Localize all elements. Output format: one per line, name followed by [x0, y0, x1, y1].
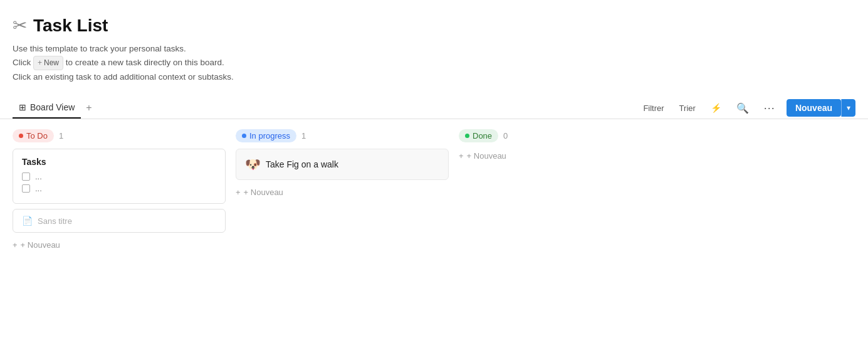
tasks-card-title: Tasks	[22, 157, 216, 167]
status-badge-done[interactable]: Done	[459, 129, 498, 142]
take-fig-card[interactable]: 🐶 Take Fig on a walk	[236, 149, 449, 180]
todo-add-label: + Nouveau	[21, 240, 60, 250]
search-icon: 🔍	[736, 102, 749, 114]
desc-line3: Click an existing task to add additional…	[13, 70, 855, 84]
done-add-label: + Nouveau	[467, 151, 506, 161]
done-count: 0	[503, 131, 508, 141]
page-title: Task List	[33, 16, 108, 36]
inprogress-dot	[242, 134, 246, 138]
status-badge-inprogress[interactable]: In progress	[236, 129, 296, 142]
column-todo: To Do 1 Tasks ... ... 📄 Sans titre + + N…	[13, 129, 226, 252]
toolbar: ⊞ Board View + Filtrer Trier ⚡ 🔍 ··· Nou…	[0, 97, 868, 119]
task-row-1-text: ...	[35, 172, 42, 181]
nouveau-wrapper: Nouveau ▾	[787, 99, 855, 117]
inprogress-add-label: + Nouveau	[244, 188, 283, 197]
todo-label: To Do	[26, 131, 48, 141]
desc-line1: Use this template to track your personal…	[13, 42, 855, 56]
done-label: Done	[473, 131, 492, 141]
tab-board-view-label: Board View	[30, 102, 75, 112]
column-inprogress: In progress 1 🐶 Take Fig on a walk + + N…	[236, 129, 449, 199]
new-badge-label: New	[44, 57, 59, 69]
task-row-2: ...	[22, 184, 216, 193]
todo-count: 1	[59, 131, 63, 141]
task-row-1: ...	[22, 172, 216, 181]
dog-emoji: 🐶	[245, 157, 261, 172]
board-view-icon: ⊞	[19, 102, 26, 112]
add-tab-button[interactable]: +	[81, 98, 97, 117]
sans-titre-card[interactable]: 📄 Sans titre	[13, 209, 226, 233]
desc-prefix: Click	[13, 58, 31, 67]
checkbox-1[interactable]	[22, 172, 30, 181]
sans-titre-label: Sans titre	[38, 216, 72, 226]
checkbox-2[interactable]	[22, 184, 30, 193]
inprogress-add-icon: +	[236, 188, 241, 197]
scissors-icon: ✂	[13, 15, 27, 36]
desc-line2: Click + New to create a new task directl…	[13, 56, 855, 70]
inprogress-add-new-button[interactable]: + + Nouveau	[236, 185, 283, 199]
todo-add-new-button[interactable]: + + Nouveau	[13, 238, 60, 252]
column-todo-header: To Do 1	[13, 129, 226, 142]
new-badge-plus-icon: +	[38, 57, 42, 69]
nouveau-dropdown-button[interactable]: ▾	[841, 99, 855, 117]
take-fig-text: Take Fig on a walk	[266, 159, 338, 169]
more-options-button[interactable]: ···	[760, 99, 779, 117]
inprogress-count: 1	[301, 131, 306, 141]
description: Use this template to track your personal…	[13, 42, 855, 83]
status-badge-todo[interactable]: To Do	[13, 129, 54, 142]
title-row: ✂ Task List	[13, 15, 855, 36]
task-row-2-text: ...	[35, 184, 42, 193]
todo-dot	[19, 134, 23, 138]
desc-suffix: to create a new task directly on this bo…	[66, 58, 224, 67]
lightning-button[interactable]: ⚡	[707, 100, 725, 115]
todo-add-icon: +	[13, 240, 18, 250]
doc-icon: 📄	[22, 216, 33, 226]
new-badge[interactable]: + New	[33, 56, 63, 70]
inprogress-label: In progress	[249, 131, 290, 141]
filter-button[interactable]: Filtrer	[639, 101, 667, 115]
tab-board-view[interactable]: ⊞ Board View	[13, 97, 81, 119]
lightning-icon: ⚡	[711, 103, 721, 113]
done-add-icon: +	[459, 151, 464, 161]
done-add-new-button[interactable]: + + Nouveau	[459, 149, 506, 163]
take-fig-row: 🐶 Take Fig on a walk	[245, 157, 439, 172]
page-header: ✂ Task List Use this template to track y…	[0, 0, 868, 88]
column-inprogress-header: In progress 1	[236, 129, 449, 142]
toolbar-right: Filtrer Trier ⚡ 🔍 ··· Nouveau ▾	[639, 99, 855, 117]
sort-button[interactable]: Trier	[676, 101, 699, 115]
column-done-header: Done 0	[459, 129, 672, 142]
search-button[interactable]: 🔍	[733, 100, 753, 117]
column-done: Done 0 + + Nouveau	[459, 129, 672, 163]
tasks-card[interactable]: Tasks ... ...	[13, 149, 226, 204]
done-dot	[465, 134, 469, 138]
chevron-down-icon: ▾	[847, 103, 850, 112]
more-icon: ···	[764, 102, 775, 115]
nouveau-button[interactable]: Nouveau	[787, 99, 841, 117]
board-area: To Do 1 Tasks ... ... 📄 Sans titre + + N…	[0, 119, 868, 262]
